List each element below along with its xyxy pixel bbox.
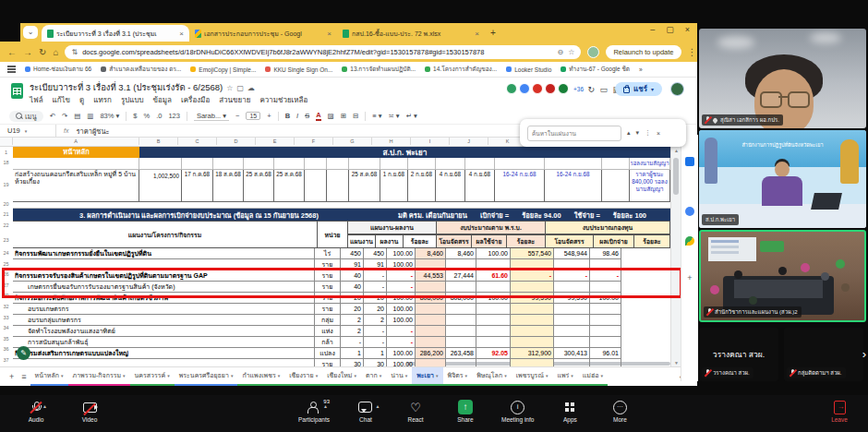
address-box[interactable]: ⇅ docs.google.com/spreadsheets/d/18rDNHu…: [65, 45, 581, 59]
sheet-cell[interactable]: [602, 158, 630, 170]
sheet-tab-พิจิตร[interactable]: พิจิตร▾: [443, 366, 473, 386]
sheet-cell[interactable]: [13, 158, 139, 170]
site-settings-icon[interactable]: ⇅: [71, 48, 78, 56]
video-tile-5[interactable]: กลุ่มติดตามฯ สวผ.: [784, 328, 863, 381]
sheet-tab-menu-icon[interactable]: ▾: [123, 373, 126, 378]
sheet-tab-พะเยา[interactable]: พะเยา▾: [412, 366, 442, 386]
vertical-scrollbar[interactable]: ▲ ▼: [670, 147, 681, 366]
sheet-cell[interactable]: 25 ส.ค.68: [349, 170, 380, 202]
header-sub[interactable]: ร้อยละ: [634, 234, 670, 248]
share-button[interactable]: แชร์▾: [615, 82, 662, 96]
sheet-cell[interactable]: 20: [341, 304, 364, 315]
sheet-cell[interactable]: กลุ่ม: [315, 315, 341, 326]
sheet-cell[interactable]: [446, 315, 476, 326]
sheet-cell[interactable]: [182, 158, 213, 170]
print-icon[interactable]: ▤: [74, 112, 80, 120]
sheet-cell[interactable]: แปลง: [315, 348, 341, 359]
collaborator-avatar[interactable]: [558, 83, 569, 94]
profile-avatar[interactable]: [670, 82, 684, 96]
sheet-cell[interactable]: [416, 315, 446, 326]
header-unit[interactable]: หน่วย: [318, 221, 348, 248]
sheet-cell[interactable]: [416, 326, 446, 337]
column-header-F[interactable]: F: [295, 138, 333, 145]
menu-ไฟล์[interactable]: ไฟล์: [30, 94, 43, 106]
sheet-cell[interactable]: 100.00: [387, 348, 416, 359]
sheet-tab-menu-icon[interactable]: ▾: [354, 373, 356, 378]
header-group-plan[interactable]: แผนงาน-ผลงาน: [348, 221, 437, 234]
sheet-cell[interactable]: 8,460: [446, 248, 476, 259]
bookmark-item[interactable]: Looker Studio: [506, 66, 551, 73]
sheet-cell[interactable]: [590, 359, 621, 366]
sheet-tab-menu-icon[interactable]: ▾: [571, 373, 573, 378]
home-icon[interactable]: ⌂: [53, 47, 58, 57]
sheet-tab-พระนครศรีอยุธยา[interactable]: พระนครศรีอยุธยา▾: [175, 366, 238, 386]
sheet-cell[interactable]: 4 ก.ย.68: [436, 170, 465, 202]
sheet-cell[interactable]: [380, 158, 408, 170]
find-close-icon[interactable]: ×: [657, 130, 660, 137]
row-number[interactable]: 1: [0, 150, 12, 155]
sheet-tab-เชียงใหม่[interactable]: เชียงใหม่▾: [322, 366, 361, 386]
sheet-cell[interactable]: [305, 158, 327, 170]
reload-icon[interactable]: ↻: [39, 47, 46, 57]
bookmark-item[interactable]: 13.การจัดทำแผนปฏิบัติ...: [342, 65, 416, 74]
column-header-I[interactable]: I: [411, 138, 450, 145]
sheet-cell[interactable]: กิจกรรมส่งเสริมการเกษตรแบบแปลงใหญ่: [13, 348, 315, 359]
document-title[interactable]: ระเบียบวาระที่ 3 เรื่องที่ 3.1 (ประชุมเร…: [30, 80, 255, 94]
sheet-cell[interactable]: กล้า: [315, 337, 341, 348]
sheet-cell[interactable]: ก่อสร้างถนนคอนกรีตเสริมเหล็ก หมู่ที่ 5 บ…: [13, 170, 139, 202]
sheet-cell[interactable]: [554, 359, 590, 366]
sheet-tab-ตาก[interactable]: ตาก▾: [361, 366, 386, 386]
row-number[interactable]: 33: [0, 315, 12, 320]
header-activity[interactable]: แผนงาน/โครงการ/กิจกรรม: [13, 221, 318, 248]
sheet-cell[interactable]: การสนับสนุนกล้าพันธุ์: [13, 337, 315, 348]
name-box[interactable]: U19▾: [0, 125, 56, 137]
sheet-cell[interactable]: [327, 158, 349, 170]
folder-icon[interactable]: ▢: [236, 84, 244, 92]
sheet-cell[interactable]: [554, 315, 590, 326]
header-sub[interactable]: ร้อยละ: [507, 234, 546, 248]
text-wrap-icon[interactable]: ↵ ▾: [406, 112, 417, 120]
tab-search-button[interactable]: ⌄: [23, 26, 38, 39]
sheet-tab-menu-icon[interactable]: ▾: [278, 373, 281, 378]
sheet-cell[interactable]: [511, 315, 554, 326]
sheet-cell[interactable]: [495, 158, 545, 170]
sheet-cell[interactable]: 96.01: [590, 348, 621, 359]
sheet-cell[interactable]: [476, 315, 511, 326]
apps-button[interactable]: Apps: [556, 400, 584, 423]
column-header-G[interactable]: G: [333, 138, 372, 145]
menu-แทรก[interactable]: แทรก: [93, 94, 112, 106]
sheet-cell[interactable]: 4 ก.ย.68: [465, 170, 495, 202]
sheet-cell[interactable]: 18 ส.ค.68: [213, 170, 244, 202]
maximize-icon[interactable]: ▢: [666, 25, 674, 34]
bold-icon[interactable]: B: [285, 112, 290, 120]
sheet-cell[interactable]: [545, 158, 602, 170]
sheet-cell[interactable]: 2: [341, 315, 364, 326]
sheet-cell[interactable]: [416, 337, 446, 348]
sheet-tab-menu-icon[interactable]: ▾: [380, 373, 382, 378]
sheet-cell[interactable]: [511, 337, 554, 348]
row-number[interactable]: 19: [0, 182, 12, 187]
zoom-select[interactable]: 83% ▾: [100, 112, 119, 120]
next-participants-icon[interactable]: ›: [862, 347, 866, 361]
sheet-cell[interactable]: 16-24 ก.ย.68: [495, 170, 545, 202]
sheet-tab-แม่ฮ่อ[interactable]: แม่ฮ่อ▾: [578, 366, 608, 386]
sheet-cell[interactable]: [416, 304, 446, 315]
sheet-cell[interactable]: 2: [341, 326, 364, 337]
bookmark-item[interactable]: Home-ซ่อมเงินตาม 66: [25, 65, 91, 74]
sheet-cell[interactable]: 263,458: [446, 348, 476, 359]
menu-ดู[interactable]: ดู: [79, 94, 84, 106]
row-number[interactable]: 35: [0, 336, 12, 342]
sheet-cell[interactable]: 557,540: [511, 248, 554, 259]
history-icon[interactable]: ↻: [587, 85, 595, 94]
browser-tab[interactable]: ระเบียบวาระที่ 3 เรื่องที่ 3.1 (ประชุมเ×: [42, 25, 189, 42]
sheets-logo-icon[interactable]: [11, 83, 23, 99]
close-icon[interactable]: ×: [685, 25, 690, 34]
browser-tab[interactable]: เอกสารประกอบการประชุม - Googl×: [189, 25, 337, 42]
sheet-cell[interactable]: [446, 359, 476, 366]
sheet-cell[interactable]: [602, 170, 630, 202]
maps-icon[interactable]: [685, 236, 694, 246]
sheet-cell[interactable]: [590, 337, 621, 348]
sheet-cell[interactable]: 17 ก.ค.68: [182, 170, 213, 202]
video-tile-4[interactable]: วรางคณา สวผ. วรางคณา สวผ.: [699, 328, 778, 381]
bookmark-star-icon[interactable]: ☆: [568, 48, 574, 56]
